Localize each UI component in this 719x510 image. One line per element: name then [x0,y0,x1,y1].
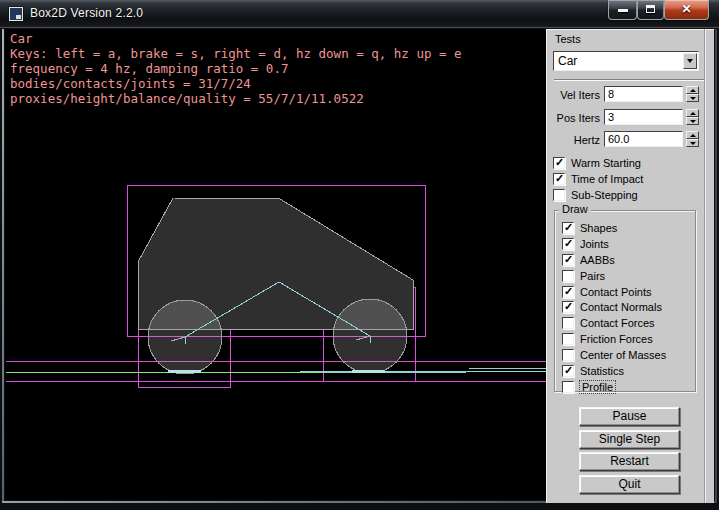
hertz-spin-up[interactable] [686,131,699,139]
physics-canvas[interactable]: Car Keys: left = a, brake = s, right = d… [5,29,546,500]
vel-iters-spin-up[interactable] [686,86,699,94]
checkbox-label[interactable]: Sub-Stepping [571,189,638,201]
checkbox-label[interactable]: Contact Normals [580,301,662,313]
spinner-down-icon [690,97,696,100]
minimize-button[interactable] [608,0,637,20]
application-window: { "window": { "title": "Box2D Version 2.… [0,0,719,510]
checkbox-warm-starting[interactable] [553,157,565,169]
maximize-button[interactable] [637,0,664,20]
window-title: Box2D Version 2.2.0 [30,6,143,20]
checkbox-pairs[interactable] [562,270,574,282]
checkbox-label[interactable]: Time of Impact [571,173,643,185]
quit-button[interactable]: Quit [579,475,680,494]
checkbox-label[interactable]: Friction Forces [580,333,653,345]
checkbox-label[interactable]: Center of Masses [580,349,666,361]
spinner-up-icon [690,134,696,137]
restart-button[interactable]: Restart [579,452,680,471]
checkbox-sub-stepping[interactable] [553,189,565,201]
spinner-down-icon [690,142,696,145]
checkbox-shapes[interactable] [562,222,574,234]
minimize-icon [618,9,628,12]
panel-column-edge [705,29,706,503]
window-frame-edge [2,29,4,501]
car-scene [5,29,546,500]
spinner-down-icon [690,120,696,123]
checkbox-label[interactable]: Warm Starting [571,157,641,169]
maximize-icon [646,5,655,13]
hertz-spin-down[interactable] [686,139,699,147]
vel-iters-label: Vel Iters [546,89,600,101]
checkbox-friction-forces[interactable] [562,333,574,345]
tests-label: Tests [555,33,581,45]
window-frame-edge [715,29,717,501]
pos-iters-spin-down[interactable] [686,117,699,125]
checkbox-label[interactable]: Shapes [580,222,617,234]
chevron-down-icon [687,59,693,63]
app-icon [9,7,23,21]
hertz-label: Hertz [546,134,600,146]
checkbox-label[interactable]: Pairs [580,270,605,282]
separator [554,79,704,81]
single-step-button[interactable]: Single Step [579,430,680,449]
checkbox-label[interactable]: Statistics [580,365,624,377]
checkbox-statistics[interactable] [562,365,574,377]
checkbox-time-of-impact[interactable] [553,173,565,185]
checkbox-aabbs[interactable] [562,254,574,266]
close-icon: ✕ [665,2,708,16]
draw-group-title: Draw [559,203,591,215]
checkbox-contact-forces[interactable] [562,317,574,329]
control-panel: Tests Car Vel Iters Pos Iters Hertz Warm… [546,29,714,503]
checkbox-label[interactable]: Joints [580,238,609,250]
contact-patches [168,371,385,372]
checkbox-profile[interactable] [562,381,574,393]
spinner-up-icon [690,89,696,92]
dropdown-button[interactable] [683,53,697,69]
hertz-input[interactable] [604,131,683,147]
checkbox-label[interactable]: AABBs [580,254,615,266]
window-titlebar[interactable]: Box2D Version 2.2.0 ✕ [0,0,719,28]
pos-iters-label: Pos Iters [546,112,600,124]
checkbox-label[interactable]: Contact Forces [580,317,655,329]
checkbox-contact-normals[interactable] [562,301,574,313]
vel-iters-input[interactable] [604,86,683,102]
checkbox-center-of-masses[interactable] [562,349,574,361]
pos-iters-input[interactable] [604,109,683,125]
checkbox-joints[interactable] [562,238,574,250]
checkbox-label[interactable]: Contact Points [580,286,652,298]
checkbox-label[interactable]: Profile [580,381,615,393]
pause-button[interactable]: Pause [579,407,680,426]
test-select-dropdown[interactable]: Car [553,51,699,71]
vel-iters-spin-down[interactable] [686,94,699,102]
checkbox-contact-points[interactable] [562,286,574,298]
close-button[interactable]: ✕ [664,0,709,20]
test-select-value: Car [558,54,577,68]
spinner-up-icon [690,112,696,115]
pos-iters-spin-up[interactable] [686,109,699,117]
